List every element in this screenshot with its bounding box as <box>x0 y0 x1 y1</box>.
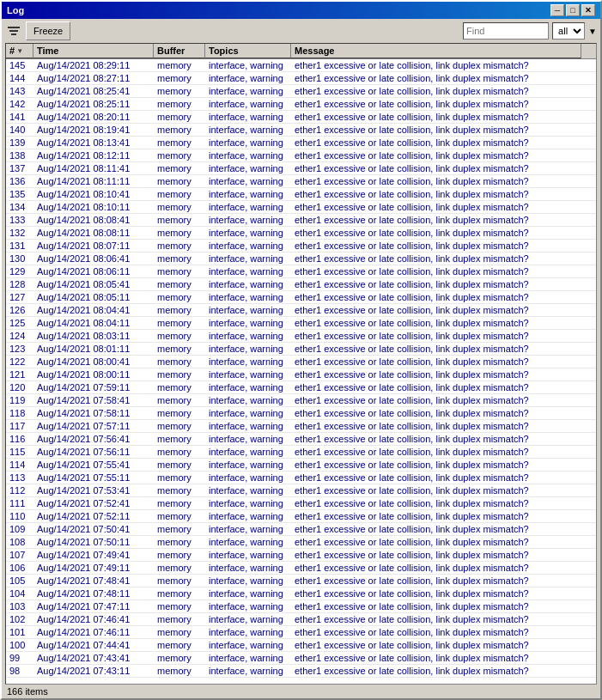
table-row[interactable]: 142Aug/14/2021 08:25:11memoryinterface, … <box>6 98 596 111</box>
table-row[interactable]: 126Aug/14/2021 08:04:41memoryinterface, … <box>6 304 596 317</box>
table-cell: 115 <box>6 446 33 458</box>
table-row[interactable]: 138Aug/14/2021 08:12:11memoryinterface, … <box>6 149 596 162</box>
table-cell: Aug/14/2021 08:20:11 <box>33 111 154 123</box>
table-cell: 104 <box>6 587 33 600</box>
table-row[interactable]: 115Aug/14/2021 07:56:11memoryinterface, … <box>6 446 596 459</box>
table-row[interactable]: 99Aug/14/2021 07:43:41memoryinterface, w… <box>6 652 596 665</box>
table-row[interactable]: 119Aug/14/2021 07:58:41memoryinterface, … <box>6 394 596 407</box>
table-row[interactable]: 111Aug/14/2021 07:52:41memoryinterface, … <box>6 497 596 510</box>
table-row[interactable]: 112Aug/14/2021 07:53:41memoryinterface, … <box>6 484 596 497</box>
table-row[interactable]: 116Aug/14/2021 07:56:41memoryinterface, … <box>6 433 596 446</box>
table-row[interactable]: 129Aug/14/2021 08:06:11memoryinterface, … <box>6 265 596 278</box>
table-cell: ether1 excessive or late collision, link… <box>291 317 596 329</box>
table-cell: interface, warning <box>205 343 291 355</box>
table-cell: ether1 excessive or late collision, link… <box>291 407 596 419</box>
table-row[interactable]: 110Aug/14/2021 07:52:11memoryinterface, … <box>6 510 596 523</box>
col-header-topics[interactable]: Topics <box>205 44 291 58</box>
table-cell: 101 <box>6 626 33 638</box>
table-row[interactable]: 103Aug/14/2021 07:47:11memoryinterface, … <box>6 600 596 613</box>
table-row[interactable]: 139Aug/14/2021 08:13:41memoryinterface, … <box>6 137 596 149</box>
find-input[interactable] <box>463 22 549 40</box>
table-row[interactable]: 108Aug/14/2021 07:50:11memoryinterface, … <box>6 536 596 549</box>
table-cell: ether1 excessive or late collision, link… <box>291 85 596 97</box>
table-row[interactable]: 144Aug/14/2021 08:27:11memoryinterface, … <box>6 72 596 85</box>
table-row[interactable]: 106Aug/14/2021 07:49:11memoryinterface, … <box>6 562 596 575</box>
minimize-button[interactable]: ─ <box>550 4 564 16</box>
find-scope-select[interactable]: all <box>552 22 585 40</box>
table-row[interactable]: 128Aug/14/2021 08:05:41memoryinterface, … <box>6 278 596 291</box>
table-row[interactable]: 133Aug/14/2021 08:08:41memoryinterface, … <box>6 214 596 227</box>
table-cell: interface, warning <box>205 330 291 342</box>
table-row[interactable]: 102Aug/14/2021 07:46:41memoryinterface, … <box>6 613 596 626</box>
table-row[interactable]: 118Aug/14/2021 07:58:11memoryinterface, … <box>6 407 596 420</box>
table-row[interactable]: 135Aug/14/2021 08:10:41memoryinterface, … <box>6 188 596 201</box>
table-cell: 119 <box>6 394 33 406</box>
col-header-buffer[interactable]: Buffer <box>154 44 205 58</box>
table-cell: memory <box>154 368 205 380</box>
table-cell: interface, warning <box>205 381 291 393</box>
table-row[interactable]: 121Aug/14/2021 08:00:11memoryinterface, … <box>6 368 596 381</box>
table-row[interactable]: 101Aug/14/2021 07:46:11memoryinterface, … <box>6 626 596 639</box>
table-cell: interface, warning <box>205 201 291 213</box>
table-cell: Aug/14/2021 08:11:41 <box>33 162 154 174</box>
table-cell: ether1 excessive or late collision, link… <box>291 227 596 239</box>
table-row[interactable]: 105Aug/14/2021 07:48:41memoryinterface, … <box>6 575 596 587</box>
freeze-button[interactable]: Freeze <box>26 21 70 40</box>
col-header-num[interactable]: # ▼ <box>6 44 33 58</box>
table-row[interactable]: 131Aug/14/2021 08:07:11memoryinterface, … <box>6 240 596 253</box>
table-row[interactable]: 125Aug/14/2021 08:04:11memoryinterface, … <box>6 317 596 330</box>
table-row[interactable]: 117Aug/14/2021 07:57:11memoryinterface, … <box>6 420 596 433</box>
table-cell: interface, warning <box>205 652 291 664</box>
table-cell: interface, warning <box>205 587 291 600</box>
table-row[interactable]: 141Aug/14/2021 08:20:11memoryinterface, … <box>6 111 596 124</box>
table-row[interactable]: 137Aug/14/2021 08:11:41memoryinterface, … <box>6 162 596 175</box>
table-row[interactable]: 98Aug/14/2021 07:43:11memoryinterface, w… <box>6 665 596 678</box>
table-cell: 110 <box>6 510 33 522</box>
table-row[interactable]: 123Aug/14/2021 08:01:11memoryinterface, … <box>6 343 596 356</box>
table-body[interactable]: 145Aug/14/2021 08:29:11memoryinterface, … <box>6 59 596 684</box>
table-row[interactable]: 104Aug/14/2021 07:48:11memoryinterface, … <box>6 587 596 600</box>
table-row[interactable]: 132Aug/14/2021 08:08:11memoryinterface, … <box>6 227 596 240</box>
table-cell: interface, warning <box>205 317 291 329</box>
col-header-time[interactable]: Time <box>33 44 154 58</box>
table-cell: ether1 excessive or late collision, link… <box>291 626 596 638</box>
table-row[interactable]: 113Aug/14/2021 07:55:11memoryinterface, … <box>6 472 596 484</box>
table-cell: interface, warning <box>205 626 291 638</box>
maximize-button[interactable]: □ <box>566 4 580 16</box>
table-row[interactable]: 140Aug/14/2021 08:19:41memoryinterface, … <box>6 124 596 137</box>
table-cell: ether1 excessive or late collision, link… <box>291 613 596 625</box>
table-cell: memory <box>154 523 205 535</box>
table-row[interactable]: 109Aug/14/2021 07:50:41memoryinterface, … <box>6 523 596 536</box>
col-header-message[interactable]: Message <box>291 44 581 58</box>
table-row[interactable]: 143Aug/14/2021 08:25:41memoryinterface, … <box>6 85 596 98</box>
table-cell: 144 <box>6 72 33 84</box>
table-cell: Aug/14/2021 08:06:11 <box>33 265 154 277</box>
table-row[interactable]: 114Aug/14/2021 07:55:41memoryinterface, … <box>6 459 596 472</box>
table-row[interactable]: 122Aug/14/2021 08:00:41memoryinterface, … <box>6 356 596 368</box>
filter-icon[interactable] <box>5 22 22 40</box>
table-row[interactable]: 136Aug/14/2021 08:11:11memoryinterface, … <box>6 175 596 188</box>
table-row[interactable]: 134Aug/14/2021 08:10:11memoryinterface, … <box>6 201 596 214</box>
table-cell: interface, warning <box>205 85 291 97</box>
table-cell: 143 <box>6 85 33 97</box>
table-row[interactable]: 107Aug/14/2021 07:49:41memoryinterface, … <box>6 549 596 562</box>
table-row[interactable]: 100Aug/14/2021 07:44:41memoryinterface, … <box>6 639 596 652</box>
table-cell: 141 <box>6 111 33 123</box>
table-cell: interface, warning <box>205 562 291 574</box>
table-row[interactable]: 124Aug/14/2021 08:03:11memoryinterface, … <box>6 330 596 343</box>
table-cell: 118 <box>6 407 33 419</box>
table-cell: memory <box>154 575 205 587</box>
table-row[interactable]: 145Aug/14/2021 08:29:11memoryinterface, … <box>6 59 596 72</box>
table-cell: Aug/14/2021 08:05:41 <box>33 278 154 290</box>
table-cell: Aug/14/2021 07:56:41 <box>33 433 154 445</box>
table-row[interactable]: 130Aug/14/2021 08:06:41memoryinterface, … <box>6 253 596 265</box>
table-cell: ether1 excessive or late collision, link… <box>291 484 596 496</box>
table-cell: interface, warning <box>205 265 291 277</box>
table-cell: Aug/14/2021 08:08:41 <box>33 214 154 226</box>
close-button[interactable]: ✕ <box>581 4 595 16</box>
table-cell: 128 <box>6 278 33 290</box>
table-cell: Aug/14/2021 08:11:11 <box>33 175 154 187</box>
table-row[interactable]: 127Aug/14/2021 08:05:11memoryinterface, … <box>6 291 596 304</box>
table-row[interactable]: 120Aug/14/2021 07:59:11memoryinterface, … <box>6 381 596 394</box>
table-cell: 135 <box>6 188 33 200</box>
